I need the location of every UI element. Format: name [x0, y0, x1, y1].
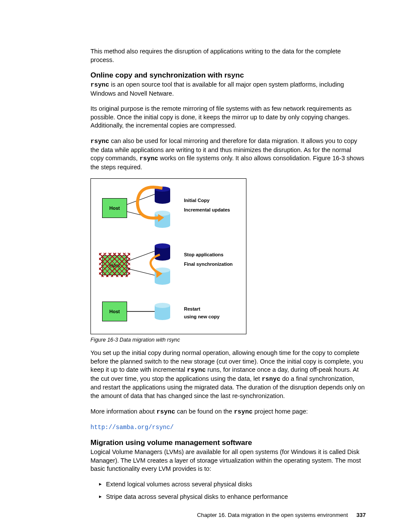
code-rsync: rsync: [234, 408, 253, 415]
code-rsync: rsync: [156, 408, 175, 415]
svg-marker-5: [156, 270, 162, 278]
code-rsync: rsync: [90, 81, 109, 88]
bullet-list: Extend logical volumes across several ph…: [98, 480, 366, 501]
paragraph: You set up the initial copy during norma…: [90, 349, 366, 400]
figure-rsync-migration: Host Initial Copy Incremental updates Ho…: [90, 178, 246, 334]
paragraph: rsync is an open source tool that is ava…: [90, 81, 366, 98]
figure-label: Incremental updates: [184, 206, 230, 214]
paragraph: Its original purpose is the remote mirro…: [90, 105, 366, 130]
paragraph: Logical Volume Managers (LVMs) are avail…: [90, 448, 366, 473]
intro-paragraph: This method also requires the disruption…: [90, 47, 366, 64]
svg-marker-2: [158, 214, 164, 222]
paragraph: More information about rsync can be foun…: [90, 408, 366, 417]
page: This method also requires the disruption…: [0, 0, 411, 532]
svg-line-4: [127, 268, 155, 275]
chapter-label: Chapter 16. Data migration in the open s…: [197, 512, 348, 518]
heading-rsync: Online copy and synchronization with rsy…: [90, 71, 366, 80]
figure-label: Stop applications: [184, 251, 224, 258]
svg-line-0: [127, 194, 155, 205]
page-number: 337: [356, 512, 366, 518]
figure-label: Final synchronization: [184, 261, 233, 268]
page-footer: Chapter 16. Data migration in the open s…: [197, 512, 366, 518]
text: More information about: [90, 408, 156, 415]
text: project home page:: [252, 408, 308, 415]
heading-lvm: Migration using volume management softwa…: [90, 439, 366, 447]
link-samba-rsync[interactable]: http://samba.org/rsync/: [90, 424, 174, 431]
code-rsync: rsync: [187, 367, 206, 373]
connector-lines-icon: [91, 295, 177, 325]
figure-label: using new copy: [184, 313, 220, 320]
connector-lines-icon: [91, 235, 177, 291]
text: can be found on the: [175, 408, 234, 415]
paragraph: rsync can also be used for local mirrori…: [90, 137, 366, 171]
connector-lines-icon: [91, 179, 177, 235]
code-rsync: rsync: [140, 155, 159, 162]
figure-label: Restart: [184, 305, 200, 313]
code-rsnyc: rsnyc: [262, 376, 280, 383]
text: is an open source tool that is available…: [90, 81, 344, 97]
list-item: Stripe data across several physical disk…: [98, 493, 366, 501]
figure-label: Initial Copy: [184, 197, 209, 204]
figure-caption: Figure 16-3 Data migration with rsync: [90, 337, 366, 343]
code-rsync: rsync: [90, 138, 109, 145]
list-item: Extend logical volumes across several ph…: [98, 480, 366, 489]
